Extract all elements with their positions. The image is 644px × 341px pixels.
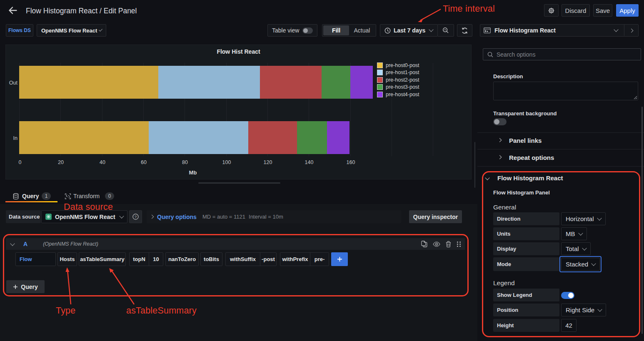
svg-text:?: ? (135, 215, 137, 219)
